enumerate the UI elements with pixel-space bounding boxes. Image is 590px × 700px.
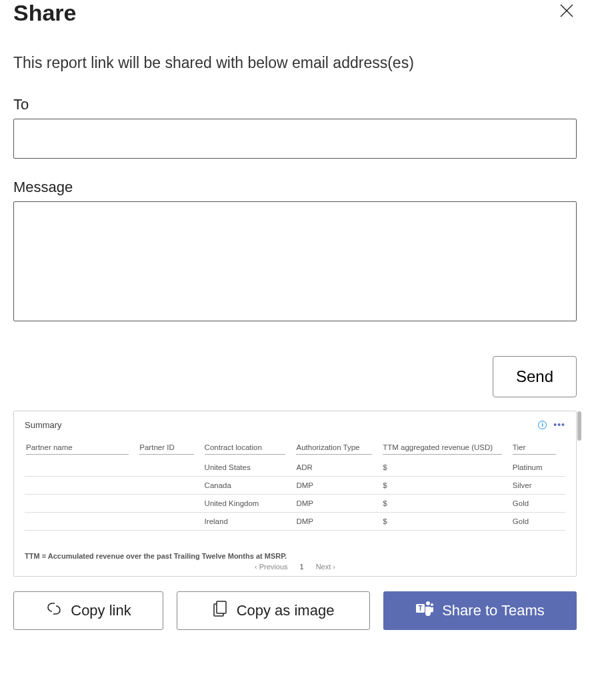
action-row: Copy link Copy as image T — [13, 591, 577, 630]
svg-point-5 — [426, 601, 430, 605]
table-cell: $ — [381, 495, 511, 513]
table-cell: $ — [381, 459, 511, 477]
preview-scrollbar[interactable] — [577, 411, 581, 441]
table-header-row: Partner name Partner ID Contract locatio… — [25, 439, 565, 459]
link-icon — [45, 601, 63, 620]
table-cell: $ — [381, 477, 511, 495]
page-prev-button[interactable]: ‹ Previous — [255, 563, 288, 571]
dialog-title: Share — [13, 0, 77, 26]
preview-table-head: Partner name Partner ID Contract locatio… — [25, 439, 565, 459]
dialog-description: This report link will be shared with bel… — [13, 54, 577, 72]
table-cell: Gold — [511, 495, 565, 513]
copy-link-button[interactable]: Copy link — [13, 591, 163, 630]
copy-link-label: Copy link — [71, 602, 131, 619]
table-cell — [138, 495, 203, 513]
preview-table: Partner name Partner ID Contract locatio… — [25, 439, 565, 531]
table-cell: DMP — [295, 477, 381, 495]
share-dialog: Share This report link will be shared wi… — [0, 0, 590, 643]
table-cell: Canada — [203, 477, 295, 495]
teams-icon: T — [415, 600, 434, 621]
table-cell: DMP — [295, 495, 381, 513]
info-icon[interactable]: i — [538, 421, 547, 429]
table-cell — [25, 513, 138, 531]
to-input[interactable] — [13, 119, 577, 159]
message-input[interactable] — [13, 201, 577, 321]
svg-text:T: T — [419, 605, 423, 612]
table-cell — [138, 513, 203, 531]
table-cell — [25, 477, 138, 495]
svg-point-6 — [431, 603, 433, 606]
more-icon[interactable]: ••• — [553, 419, 565, 430]
table-row: United StatesADR$Platinum — [25, 459, 565, 477]
col-tier: Tier — [511, 439, 565, 459]
table-cell: ADR — [295, 459, 381, 477]
col-partner-name: Partner name — [25, 439, 138, 459]
table-cell: Platinum — [511, 459, 565, 477]
table-cell — [25, 495, 138, 513]
col-auth-type: Authorization Type — [295, 439, 381, 459]
close-icon[interactable] — [557, 0, 577, 24]
preview-header: Summary i ••• — [25, 419, 565, 430]
table-cell — [25, 459, 138, 477]
table-cell: United Kingdom — [203, 495, 295, 513]
table-row: IrelandDMP$Gold — [25, 513, 565, 531]
to-label: To — [13, 96, 577, 113]
share-to-teams-button[interactable]: T Share to Teams — [383, 591, 577, 630]
page-next-button[interactable]: Next › — [316, 563, 335, 571]
preview-footnote: TTM = Accumulated revenue over the past … — [25, 552, 565, 560]
copy-as-image-button[interactable]: Copy as image — [177, 591, 370, 630]
col-partner-id: Partner ID — [138, 439, 203, 459]
svg-rect-2 — [217, 601, 226, 613]
table-cell: Silver — [511, 477, 565, 495]
table-cell: United States — [203, 459, 295, 477]
table-cell — [138, 459, 203, 477]
table-cell: Ireland — [203, 513, 295, 531]
copy-image-label: Copy as image — [237, 602, 335, 619]
table-cell: $ — [381, 513, 511, 531]
table-cell — [138, 477, 203, 495]
share-teams-label: Share to Teams — [442, 602, 545, 619]
dialog-header: Share — [13, 0, 577, 26]
table-row: CanadaDMP$Silver — [25, 477, 565, 495]
table-cell: DMP — [295, 513, 381, 531]
table-row: United KingdomDMP$Gold — [25, 495, 565, 513]
send-row: Send — [13, 356, 577, 397]
col-ttm-revenue: TTM aggregated revenue (USD) — [381, 439, 511, 459]
page-current: 1 — [300, 563, 304, 571]
col-contract-location: Contract location — [203, 439, 295, 459]
preview-pagination: ‹ Previous 1 Next › — [25, 563, 565, 571]
report-preview-card: Summary i ••• Partner name Partner ID Co… — [13, 411, 577, 577]
table-cell: Gold — [511, 513, 565, 531]
preview-table-body: United StatesADR$PlatinumCanadaDMP$Silve… — [25, 459, 565, 531]
message-label: Message — [13, 179, 577, 196]
copy-image-icon — [213, 600, 229, 621]
preview-title: Summary — [25, 420, 62, 430]
send-button[interactable]: Send — [493, 356, 577, 397]
preview-header-icons: i ••• — [538, 419, 565, 430]
